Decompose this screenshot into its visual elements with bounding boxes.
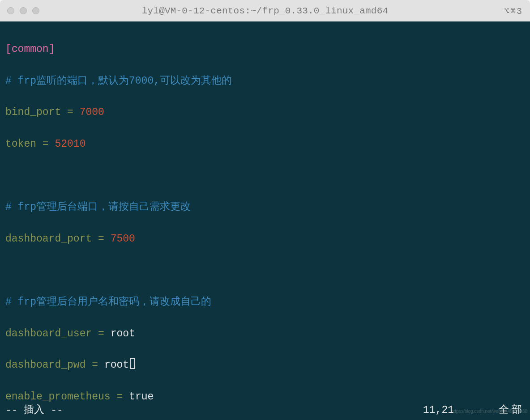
terminal-window: lyl@VM-0-12-centos:~/frp_0.33.0_linux_am…: [0, 0, 530, 420]
config-token: token = 52010: [5, 136, 525, 152]
terminal-editor[interactable]: [common] # frp监听的端口，默认为7000,可以改为其他的 bind…: [0, 21, 530, 420]
minimize-window-button[interactable]: [20, 7, 27, 14]
window-title: lyl@VM-0-12-centos:~/frp_0.33.0_linux_am…: [142, 6, 389, 16]
config-comment-bind: # frp监听的端口，默认为7000,可以改为其他的: [5, 73, 525, 89]
config-comment-userpwd: # frp管理后台用户名和密码，请改成自己的: [5, 294, 525, 310]
config-comment-dashboard: # frp管理后台端口，请按自己需求更改: [5, 199, 525, 215]
config-section-line: [common]: [5, 42, 525, 57]
maximize-window-button[interactable]: [32, 7, 39, 14]
vim-statusbar: -- 插入 -- 11,21 全部: [5, 403, 525, 418]
config-dashboard-port: dashboard_port = 7500: [5, 231, 525, 247]
watermark: https://blog.csdn.net/weixin_45579930: [451, 403, 527, 419]
blank-line: [5, 263, 525, 278]
traffic-lights: [7, 7, 39, 14]
config-dashboard-pwd: dashboard_pwd = root: [5, 357, 525, 373]
config-dashboard-user: dashboard_user = root: [5, 326, 525, 342]
text-cursor: [130, 358, 135, 369]
blank-line: [5, 168, 525, 184]
close-window-button[interactable]: [7, 7, 14, 14]
window-titlebar: lyl@VM-0-12-centos:~/frp_0.33.0_linux_am…: [0, 0, 530, 21]
config-bind-port: bind_port = 7000: [5, 105, 525, 120]
window-shortcut-indicator: ⌥⌘3: [504, 5, 523, 17]
vim-cursor-position: 11,21: [423, 403, 454, 418]
vim-mode-indicator: -- 插入 --: [5, 403, 63, 418]
